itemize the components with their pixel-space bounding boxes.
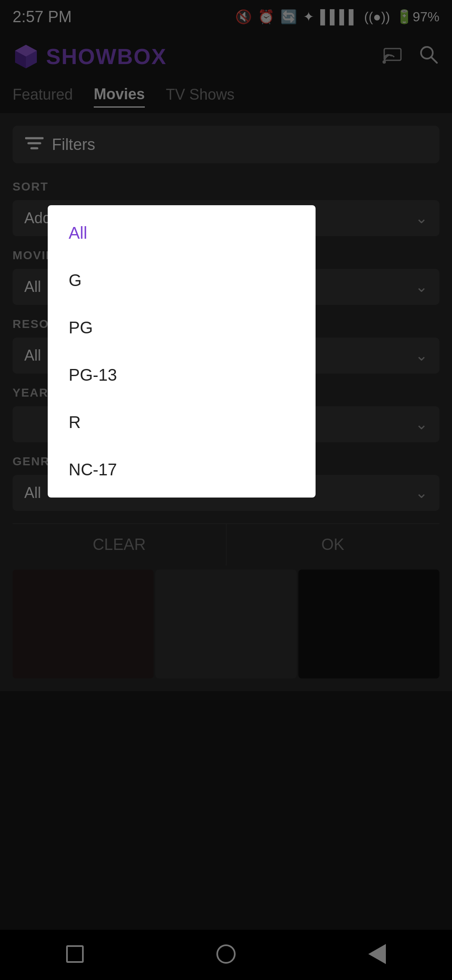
rating-option-all[interactable]: All bbox=[48, 209, 316, 257]
rating-option-nc17[interactable]: NC-17 bbox=[48, 446, 316, 493]
rating-dropdown-popup: All G PG PG-13 R NC-17 bbox=[48, 205, 316, 498]
rating-option-g[interactable]: G bbox=[48, 257, 316, 304]
rating-option-r[interactable]: R bbox=[48, 399, 316, 446]
rating-option-pg[interactable]: PG bbox=[48, 304, 316, 351]
rating-option-pg13[interactable]: PG-13 bbox=[48, 351, 316, 399]
